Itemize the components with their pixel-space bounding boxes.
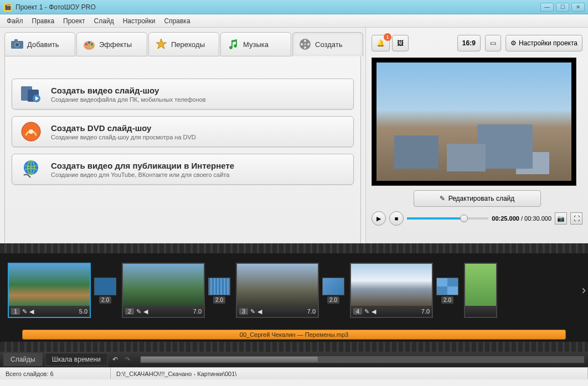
transition-2[interactable]: 2.0 [208, 278, 230, 304]
menubar: Файл Правка Проект Слайд Настройки Справ… [0, 14, 588, 28]
stop-button[interactable]: ■ [389, 211, 404, 226]
create-dvd-title: Создать DVD слайд-шоу [51, 123, 196, 133]
view-timeline-tab[interactable]: Шкала времени [45, 353, 108, 366]
pencil-icon: ✎ [440, 195, 445, 202]
frame-icon: ▭ [490, 39, 496, 47]
fullscreen-button[interactable]: ⛶ [570, 212, 582, 225]
music-icon [226, 38, 240, 51]
star-icon [154, 38, 168, 51]
menu-edit[interactable]: Правка [28, 17, 59, 25]
aspect-ratio-button[interactable]: 16:9 [457, 35, 481, 51]
edit-icon[interactable]: ✎ [364, 308, 369, 315]
expand-icon: ⛶ [574, 215, 580, 222]
tab-add[interactable]: Добавить [4, 32, 75, 56]
svg-point-13 [301, 43, 303, 45]
transition-4[interactable]: 2.0 [436, 278, 458, 304]
svg-point-5 [85, 43, 87, 45]
edit-icon[interactable]: ✎ [250, 308, 255, 315]
app-icon: 🎬 [3, 3, 12, 12]
transition-1[interactable]: 2.0 [94, 278, 116, 304]
tab-create[interactable]: Создать [292, 32, 363, 56]
create-dvd-button[interactable]: Создать DVD слайд-шоу Создание видео сла… [12, 116, 354, 147]
redo-button[interactable]: ↷ [122, 356, 132, 363]
view-slides-tab[interactable]: Слайды [3, 353, 43, 366]
chevron-left-icon[interactable]: ◀ [143, 308, 148, 315]
tab-transitions[interactable]: Переходы [148, 32, 219, 56]
svg-point-10 [304, 40, 306, 42]
notifications-button[interactable]: 🔔 1 [372, 35, 390, 51]
statusbar: Всего слайдов: 6 D:\!_СКАЧАНО\!!!_Скачан… [0, 367, 588, 379]
svg-point-8 [89, 46, 91, 48]
status-total-slides: Всего слайдов: 6 [0, 368, 111, 379]
chevron-left-icon[interactable]: ◀ [372, 308, 376, 315]
preview-area [372, 58, 576, 186]
edit-icon[interactable]: ✎ [136, 308, 141, 315]
audio-track[interactable]: 00_Сергей Чекалин — Перемены.mp3 [22, 330, 566, 340]
maximize-button[interactable]: ☐ [556, 3, 569, 12]
timeline-scroll-right[interactable]: › [582, 283, 586, 298]
svg-point-7 [91, 43, 93, 45]
create-web-title: Создать видео для публикации в Интернете [51, 161, 234, 170]
transition-3[interactable]: 2.0 [322, 278, 344, 304]
minimize-button[interactable]: — [540, 3, 554, 12]
close-button[interactable]: ✕ [571, 3, 585, 12]
palette-icon [82, 38, 96, 51]
svg-rect-3 [14, 39, 18, 41]
svg-point-12 [304, 46, 306, 49]
slide-thumb-2[interactable]: 2✎◀7.0 [122, 263, 205, 318]
edit-icon[interactable]: ✎ [22, 308, 27, 315]
edit-slide-button[interactable]: ✎ Редактировать слайд [414, 190, 541, 207]
tab-effects[interactable]: Эффекты [76, 32, 147, 56]
reel-icon [298, 38, 312, 51]
slide-thumb-5[interactable] [464, 263, 497, 318]
project-settings-button[interactable]: ⚙ Настройки проекта [506, 35, 582, 51]
window-title: Проект 1 - ФотоШОУ PRO [16, 3, 96, 11]
snapshot-button[interactable]: 📷 [555, 212, 567, 225]
chevron-left-icon[interactable]: ◀ [29, 308, 34, 315]
create-web-desc: Создание видео для YouTube, ВКонтакте ил… [51, 171, 234, 178]
create-web-button[interactable]: Создать видео для публикации в Интернете… [12, 154, 354, 185]
titlebar: 🎬 Проект 1 - ФотоШОУ PRO — ☐ ✕ [0, 0, 588, 14]
svg-point-20 [29, 129, 33, 134]
menu-project[interactable]: Проект [59, 17, 90, 25]
menu-settings[interactable]: Настройки [118, 17, 160, 25]
create-video-button[interactable]: Создать видео слайд-шоу Создание видеофа… [12, 79, 354, 109]
undo-button[interactable]: ↶ [110, 356, 120, 363]
menu-file[interactable]: Файл [2, 17, 28, 25]
play-button[interactable]: ▶ [372, 211, 386, 226]
gear-icon: ⚙ [510, 39, 517, 47]
notification-count: 1 [384, 33, 391, 41]
svg-point-11 [307, 43, 310, 45]
menu-help[interactable]: Справка [159, 17, 194, 25]
time-current: 00:25.000 [492, 215, 519, 222]
create-video-desc: Создание видеофайла для ПК, мобильных те… [51, 96, 206, 103]
svg-point-14 [305, 44, 306, 45]
globe-icon [20, 158, 42, 180]
timeline: 1✎◀5.0 2.0 2✎◀7.0 2.0 3✎◀7.0 2.0 4✎◀7.0 … [0, 243, 588, 352]
create-video-title: Создать видео слайд-шоу [51, 86, 206, 95]
menu-slide[interactable]: Слайд [90, 17, 118, 25]
create-dvd-desc: Создание видео слайд-шоу для просмотра н… [51, 134, 196, 140]
slide-thumb-4[interactable]: 4✎◀7.0 [350, 263, 433, 318]
slide-thumb-1[interactable]: 1✎◀5.0 [8, 263, 91, 318]
camera-small-icon: 📷 [557, 215, 565, 222]
camera-icon [11, 38, 24, 51]
status-path: D:\!_СКАЧАНО\!!!_Скачано - Картинки\001\ [111, 368, 588, 379]
video-file-icon [20, 83, 42, 105]
slide-thumb-3[interactable]: 3✎◀7.0 [236, 263, 319, 318]
images-icon: 🖼 [397, 39, 404, 47]
time-total: 00:30.000 [524, 215, 551, 222]
bell-icon: 🔔 [376, 39, 385, 47]
timeline-scrollbar[interactable] [140, 356, 585, 363]
svg-point-6 [88, 41, 90, 44]
safe-zone-button[interactable]: ▭ [485, 35, 501, 51]
create-panel: Создать видео слайд-шоу Создание видеофа… [4, 56, 361, 246]
tab-music[interactable]: Музыка [220, 32, 291, 56]
gallery-button[interactable]: 🖼 [392, 35, 409, 51]
svg-point-2 [16, 43, 19, 46]
dvd-icon [20, 121, 42, 143]
seek-slider[interactable] [407, 217, 488, 220]
chevron-left-icon[interactable]: ◀ [257, 308, 262, 315]
